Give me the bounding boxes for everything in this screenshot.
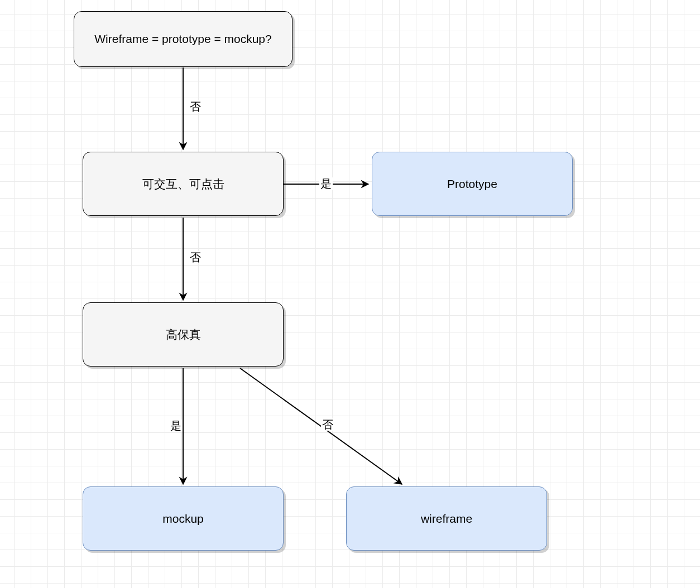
edge-label-hifi-to-mockup: 是: [169, 420, 183, 432]
node-prototype-label: Prototype: [447, 177, 497, 191]
diagram-canvas: Wireframe = prototype = mockup? 可交互、可点击 …: [0, 0, 700, 588]
node-mockup-label: mockup: [162, 512, 204, 526]
node-wireframe[interactable]: wireframe: [346, 486, 547, 551]
node-mockup[interactable]: mockup: [83, 486, 284, 551]
node-interactive-label: 可交互、可点击: [142, 176, 224, 192]
node-start-label: Wireframe = prototype = mockup?: [94, 32, 271, 46]
node-start[interactable]: Wireframe = prototype = mockup?: [74, 11, 293, 67]
node-hifidelity-label: 高保真: [166, 327, 201, 343]
edge-label-hifi-to-wireframe: 否: [321, 418, 334, 431]
node-interactive[interactable]: 可交互、可点击: [83, 152, 284, 216]
node-prototype[interactable]: Prototype: [372, 152, 573, 216]
node-wireframe-label: wireframe: [421, 512, 472, 526]
edge-label-interactive-to-prototype: 是: [319, 177, 333, 190]
edge-label-start-to-interactive: 否: [189, 100, 202, 113]
node-hifidelity[interactable]: 高保真: [83, 302, 284, 367]
edge-label-interactive-to-hifi: 否: [189, 251, 202, 263]
